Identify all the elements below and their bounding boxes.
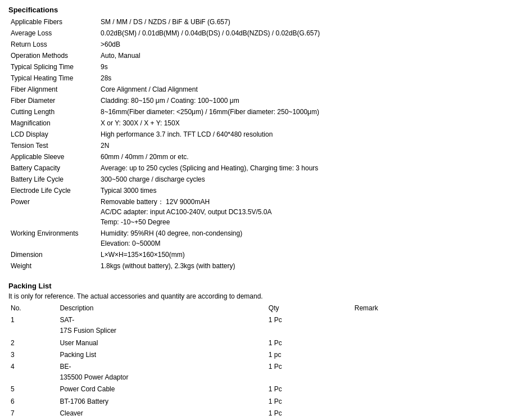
packing-qty: 1 Pc <box>266 396 352 408</box>
spec-value: 0.02dB(SM) / 0.01dB(MM) / 0.04dB(DS) / 0… <box>98 28 500 39</box>
spec-label: Typical Heating Time <box>8 73 98 84</box>
packing-header-cell: No. <box>8 302 57 314</box>
spec-row: Working EnvironmentsHumidity: 95%RH (40 … <box>8 228 500 249</box>
spec-row: MagnificationX or Y: 300X / X + Y: 150X <box>8 118 500 129</box>
packing-note: It is only for reference. The actual acc… <box>8 292 500 300</box>
packing-header-row: No.DescriptionQtyRemark <box>8 302 500 314</box>
spec-label: Electrode Life Cycle <box>8 185 98 196</box>
packing-row: 5Power Cord Cable1 Pc <box>8 383 500 395</box>
packing-qty: 1 Pc <box>266 408 352 419</box>
packing-remark <box>352 349 500 361</box>
packing-header-cell: Qty <box>266 302 352 314</box>
spec-row: Typical Heating Time28s <box>8 73 500 84</box>
packing-row: 2User Manual1 Pc <box>8 337 500 349</box>
packing-no: 1 <box>8 314 57 337</box>
spec-label: Weight <box>8 260 98 272</box>
packing-desc: BE-135500 Power Adaptor <box>57 361 266 383</box>
spec-row: Typical Splicing Time9s <box>8 61 500 73</box>
spec-value: Core Alignment / Clad Alignment <box>98 84 500 95</box>
spec-value: Removable battery： 12V 9000mAHAC/DC adap… <box>98 196 500 228</box>
packing-qty: 1 Pc <box>266 314 352 337</box>
spec-label: Power <box>8 196 98 228</box>
packing-desc: SAT-17S Fusion Splicer <box>57 314 266 337</box>
spec-row: Applicable FibersSM / MM / DS / NZDS / B… <box>8 16 500 28</box>
packing-title: Packing List <box>8 282 500 290</box>
packing-row: 7Cleaver1 Pc <box>8 408 500 419</box>
packing-qty: 1 Pc <box>266 337 352 349</box>
packing-header-cell: Remark <box>352 302 500 314</box>
packing-row: 1SAT-17S Fusion Splicer1 Pc <box>8 314 500 337</box>
spec-value: Typical 3000 times <box>98 185 500 196</box>
packing-section: Packing List It is only for reference. T… <box>8 282 500 420</box>
packing-desc: Packing List <box>57 349 266 361</box>
spec-row: PowerRemovable battery： 12V 9000mAHAC/DC… <box>8 196 500 228</box>
packing-row: 3Packing List1 pc <box>8 349 500 361</box>
spec-label: Battery Life Cycle <box>8 174 98 185</box>
packing-remark <box>352 408 500 419</box>
spec-value: 300~500 charge / discharge cycles <box>98 174 500 185</box>
spec-label: Magnification <box>8 118 98 129</box>
spec-label: Tension Test <box>8 140 98 151</box>
spec-value: Auto, Manual <box>98 50 500 61</box>
spec-value: Cladding: 80~150 μm / Coating: 100~1000 … <box>98 95 500 106</box>
packing-no: 3 <box>8 349 57 361</box>
spec-row: Battery CapacityAverage: up to 250 cycle… <box>8 162 500 174</box>
spec-label: Working Environments <box>8 228 98 249</box>
packing-desc: Power Cord Cable <box>57 383 266 395</box>
spec-row: Electrode Life CycleTypical 3000 times <box>8 185 500 196</box>
packing-row: 6BT-1706 Battery1 Pc <box>8 396 500 408</box>
packing-row: 4BE-135500 Power Adaptor1 Pc <box>8 361 500 383</box>
packing-desc: BT-1706 Battery <box>57 396 266 408</box>
spec-row: Tension Test2N <box>8 140 500 151</box>
packing-no: 6 <box>8 396 57 408</box>
spec-value: Average: up to 250 cycles (Splicing and … <box>98 162 500 174</box>
spec-row: Fiber DiameterCladding: 80~150 μm / Coat… <box>8 95 500 106</box>
specs-table: Applicable FibersSM / MM / DS / NZDS / B… <box>8 16 500 272</box>
spec-label: Cutting Length <box>8 106 98 118</box>
specs-title: Specifications <box>8 6 500 14</box>
spec-label: Dimension <box>8 249 98 260</box>
packing-remark <box>352 337 500 349</box>
packing-desc: User Manual <box>57 337 266 349</box>
packing-no: 7 <box>8 408 57 419</box>
spec-value: 60mm / 40mm / 20mm or etc. <box>98 151 500 162</box>
packing-desc: Cleaver <box>57 408 266 419</box>
specs-section: Specifications Applicable FibersSM / MM … <box>8 6 500 272</box>
packing-qty: 1 Pc <box>266 383 352 395</box>
packing-header-cell: Description <box>57 302 266 314</box>
spec-row: Battery Life Cycle300~500 charge / disch… <box>8 174 500 185</box>
spec-label: Applicable Fibers <box>8 16 98 28</box>
packing-remark <box>352 361 500 383</box>
spec-label: Return Loss <box>8 39 98 50</box>
spec-label: Average Loss <box>8 28 98 39</box>
spec-row: LCD DisplayHigh performance 3.7 inch. TF… <box>8 129 500 140</box>
packing-remark <box>352 383 500 395</box>
spec-value: High performance 3.7 inch. TFT LCD / 640… <box>98 129 500 140</box>
spec-row: DimensionL×W×H=135×160×150(mm) <box>8 249 500 260</box>
spec-value: Humidity: 95%RH (40 degree, non-condensi… <box>98 228 500 249</box>
packing-no: 2 <box>8 337 57 349</box>
spec-row: Weight1.8kgs (without battery), 2.3kgs (… <box>8 260 500 272</box>
spec-value: 9s <box>98 61 500 73</box>
packing-table: No.DescriptionQtyRemark 1SAT-17S Fusion … <box>8 302 500 420</box>
spec-label: Fiber Alignment <box>8 84 98 95</box>
spec-value: 28s <box>98 73 500 84</box>
spec-value: X or Y: 300X / X + Y: 150X <box>98 118 500 129</box>
packing-qty: 1 Pc <box>266 361 352 383</box>
spec-row: Operation MethodsAuto, Manual <box>8 50 500 61</box>
spec-value: 1.8kgs (without battery), 2.3kgs (with b… <box>98 260 500 272</box>
spec-row: Average Loss0.02dB(SM) / 0.01dB(MM) / 0.… <box>8 28 500 39</box>
packing-remark <box>352 314 500 337</box>
spec-value: >60dB <box>98 39 500 50</box>
spec-value: 2N <box>98 140 500 151</box>
spec-value: L×W×H=135×160×150(mm) <box>98 249 500 260</box>
spec-label: Typical Splicing Time <box>8 61 98 73</box>
packing-no: 4 <box>8 361 57 383</box>
spec-value: SM / MM / DS / NZDS / BiF & UBiF (G.657) <box>98 16 500 28</box>
spec-row: Applicable Sleeve60mm / 40mm / 20mm or e… <box>8 151 500 162</box>
spec-label: Fiber Diameter <box>8 95 98 106</box>
spec-value: 8~16mm(Fiber diameter: <250μm) / 16mm(Fi… <box>98 106 500 118</box>
spec-label: Operation Methods <box>8 50 98 61</box>
packing-qty: 1 pc <box>266 349 352 361</box>
spec-label: LCD Display <box>8 129 98 140</box>
